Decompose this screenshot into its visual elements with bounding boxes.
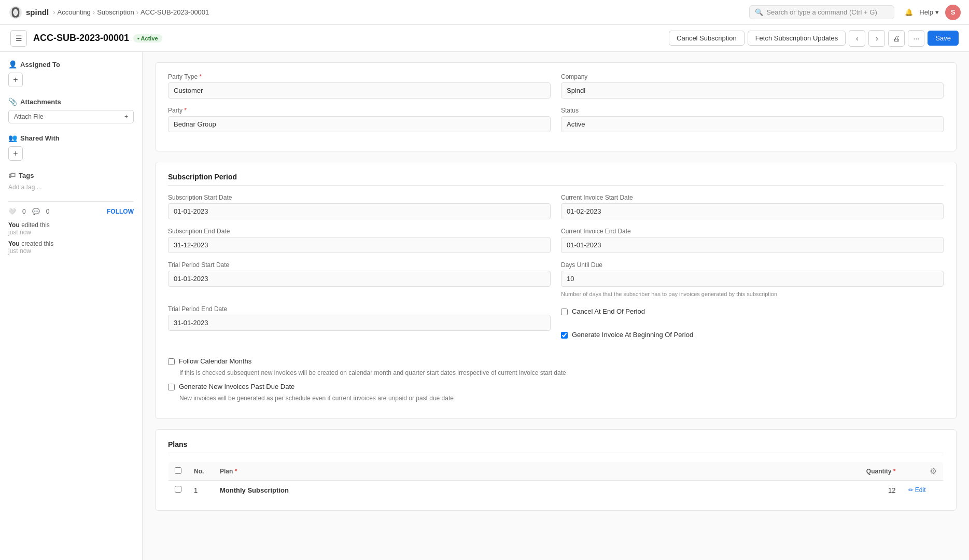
nav-search-bar[interactable]: 🔍 Search or type a command (Ctrl + G) [749, 5, 894, 19]
days-until-due-input[interactable] [561, 271, 944, 287]
hamburger-menu[interactable]: ☰ [10, 30, 27, 47]
row-qty-cell: 12 [668, 481, 902, 500]
more-options-button[interactable]: ··· [908, 30, 924, 47]
cancel-at-end-checkbox[interactable] [561, 309, 568, 315]
assigned-to-section: 👤 Assigned To + [8, 60, 134, 87]
plans-settings-button[interactable]: ⚙ [930, 466, 937, 476]
add-tag-placeholder[interactable]: Add a tag ... [8, 184, 134, 191]
plans-table: No. Plan * Quantity * ⚙ [168, 461, 944, 500]
status-group: Status [561, 107, 944, 132]
dates-row-4: Trial Period End Date Cancel At End Of P… [168, 305, 944, 349]
party-type-input[interactable] [168, 82, 551, 99]
follow-calendar-checkbox[interactable] [168, 358, 175, 365]
breadcrumb: › Accounting › Subscription › ACC-SUB-20… [53, 8, 209, 16]
prev-record-button[interactable]: ‹ [849, 30, 865, 47]
current-inv-end-label: Current Invoice End Date [561, 228, 944, 235]
status-text: Active [141, 35, 158, 41]
doc-title-area: ACC-SUB-2023-00001 • Active [33, 33, 162, 44]
select-all-plans-checkbox[interactable] [175, 467, 181, 474]
row-checkbox-cell [168, 481, 188, 500]
company-label: Company [561, 73, 944, 80]
dates-row-1: Subscription Start Date Current Invoice … [168, 194, 944, 219]
attachments-title: 📎 Attachments [8, 97, 134, 106]
print-button[interactable]: 🖨 [888, 30, 905, 47]
company-input[interactable] [561, 82, 944, 99]
content-area: Party Type * Company Party * [143, 52, 969, 560]
dates-row-3: Trial Period Start Date Days Until Due N… [168, 261, 944, 297]
current-inv-start-input[interactable] [561, 203, 944, 219]
trial-end-label: Trial Period End Date [168, 305, 551, 313]
row-select-checkbox[interactable] [175, 486, 181, 493]
sub-end-date-input[interactable] [168, 237, 551, 253]
sub-header: ☰ ACC-SUB-2023-00001 • Active Cancel Sub… [0, 25, 969, 52]
days-until-due-label: Days Until Due [561, 261, 944, 269]
breadcrumb-subscription[interactable]: Subscription [97, 8, 134, 16]
trial-start-group: Trial Period Start Date [168, 261, 551, 297]
generate-new-invoices-desc: New invoices will be generated as per sc… [179, 395, 944, 402]
assigned-to-title: 👤 Assigned To [8, 60, 134, 68]
party-type-company-row: Party Type * Company [168, 73, 944, 99]
share-icon: 👥 [8, 134, 17, 142]
tags-title: 🏷 Tags [8, 171, 134, 179]
col-plan-header: Plan * [214, 462, 668, 481]
help-chevron-icon: ▾ [935, 8, 939, 16]
days-until-due-group: Days Until Due Number of days that the s… [561, 261, 944, 297]
follow-button[interactable]: FOLLOW [107, 208, 134, 215]
trial-start-input[interactable] [168, 271, 551, 287]
user-avatar[interactable]: S [945, 5, 961, 20]
plans-section-title: Plans [168, 440, 944, 453]
help-label: Help [919, 8, 933, 16]
help-button[interactable]: Help ▾ [919, 8, 939, 16]
main-layout: 👤 Assigned To + 📎 Attachments Attach Fil… [0, 52, 969, 560]
party-input[interactable] [168, 116, 551, 132]
plus-icon: + [124, 113, 128, 120]
logo-text: spindl [26, 8, 49, 17]
dates-row-2: Subscription End Date Current Invoice En… [168, 228, 944, 253]
shared-with-section: 👥 Shared With + [8, 134, 134, 161]
follow-calendar-group: Follow Calendar Months If this is checke… [168, 357, 944, 376]
header-actions: Cancel Subscription Fetch Subscription U… [669, 30, 959, 47]
edit-plan-link[interactable]: ✏ Edit [908, 486, 937, 494]
subscription-period-title: Subscription Period [168, 173, 944, 186]
breadcrumb-doc-id[interactable]: ACC-SUB-2023-00001 [141, 8, 209, 16]
status-label: Status [561, 107, 944, 114]
sidebar-divider [8, 201, 134, 202]
follow-calendar-desc: If this is checked subsequent new invoic… [179, 369, 944, 376]
trial-end-input[interactable] [168, 315, 551, 331]
save-button[interactable]: Save [928, 31, 959, 46]
status-dot: • [137, 35, 139, 41]
fetch-subscription-button[interactable]: Fetch Subscription Updates [748, 31, 846, 46]
plans-table-header: No. Plan * Quantity * ⚙ [168, 462, 944, 481]
next-record-button[interactable]: › [868, 30, 885, 47]
generate-new-invoices-checkbox[interactable] [168, 384, 175, 390]
generate-new-invoices-label: Generate New Invoices Past Due Date [179, 383, 294, 390]
company-group: Company [561, 73, 944, 99]
party-status-card: Party Type * Company Party * [155, 62, 957, 151]
col-check-header [168, 462, 188, 481]
trial-start-label: Trial Period Start Date [168, 261, 551, 269]
sub-start-date-input[interactable] [168, 203, 551, 219]
current-inv-end-input[interactable] [561, 237, 944, 253]
row-plan-cell: Monthly Subscription [214, 481, 668, 500]
activity-item-1: You edited this just now [8, 221, 134, 236]
notification-bell[interactable]: 🔔 [905, 8, 913, 16]
add-shared-with-button[interactable]: + [8, 146, 23, 161]
trial-end-group: Trial Period End Date [168, 305, 551, 349]
status-input[interactable] [561, 116, 944, 132]
party-type-group: Party Type * [168, 73, 551, 99]
sub-end-date-label: Subscription End Date [168, 228, 551, 235]
days-until-due-description: Number of days that the subscriber has t… [561, 291, 944, 297]
nav-logo[interactable]: spindl [8, 5, 49, 20]
breadcrumb-accounting[interactable]: Accounting [58, 8, 91, 16]
attach-file-button[interactable]: Attach File + [8, 110, 134, 123]
activity-section: You edited this just now You created thi… [8, 221, 134, 255]
add-assigned-to-button[interactable]: + [8, 73, 23, 87]
shared-with-title: 👥 Shared With [8, 134, 134, 142]
sub-start-date-group: Subscription Start Date [168, 194, 551, 219]
comments-count: 0 [46, 208, 50, 215]
generate-invoice-checkbox[interactable] [561, 332, 568, 339]
tag-icon: 🏷 [8, 171, 16, 179]
subscription-period-card: Subscription Period Subscription Start D… [155, 162, 957, 419]
generate-invoice-label: Generate Invoice At Beginning Of Period [572, 331, 693, 339]
cancel-subscription-button[interactable]: Cancel Subscription [669, 31, 745, 46]
